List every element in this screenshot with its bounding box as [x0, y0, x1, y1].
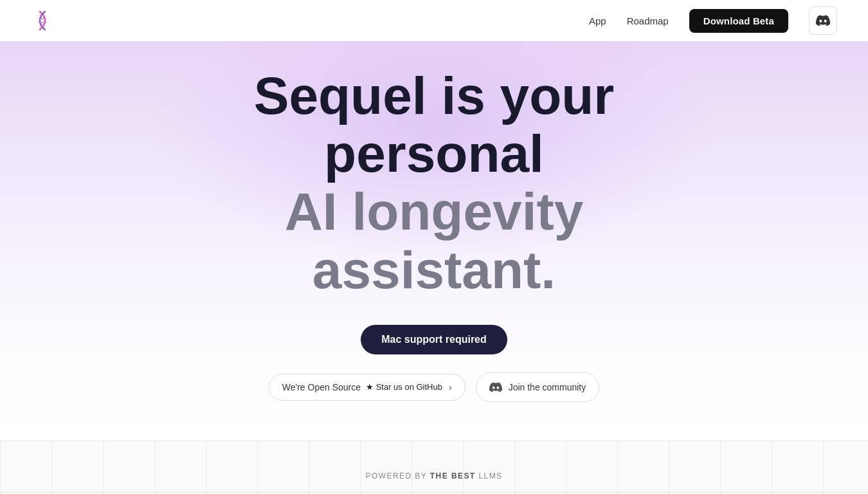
powered-prefix: POWERED BY: [365, 471, 429, 480]
logo[interactable]: [31, 9, 54, 32]
hero-title: Sequel is your personal AI longevity ass…: [158, 67, 710, 299]
hero-cta-row: We're Open Source ★ Star us on GitHub › …: [269, 372, 600, 402]
discord-community-icon: [489, 381, 502, 394]
mac-support-button[interactable]: Mac support required: [361, 325, 507, 354]
powered-section: POWERED BY THE BEST LLMS groq®: [0, 441, 868, 494]
chevron-right-icon: ›: [449, 382, 452, 392]
community-label: Join the community: [509, 382, 586, 392]
hero-section: Sequel is your personal AI longevity ass…: [0, 41, 868, 441]
nav-app-link[interactable]: App: [589, 15, 606, 26]
star-github-label: ★ Star us on GitHub: [366, 382, 442, 392]
navbar: App Roadmap Download Beta: [0, 0, 868, 41]
discord-icon: [816, 14, 830, 28]
join-community-button[interactable]: Join the community: [476, 372, 600, 402]
nav-roadmap-link[interactable]: Roadmap: [627, 15, 669, 26]
dna-logo-icon: [31, 9, 54, 32]
powered-suffix: LLMS: [476, 471, 503, 480]
open-source-label: We're Open Source: [282, 382, 361, 392]
powered-bold: THE BEST: [430, 471, 476, 480]
download-beta-button[interactable]: Download Beta: [689, 9, 788, 33]
navbar-links: App Roadmap Download Beta: [589, 6, 837, 35]
hero-title-line2: AI longevity assistant.: [158, 183, 710, 298]
hero-title-line1: Sequel is your personal: [158, 67, 710, 183]
llm-logos-row: groq®: [0, 480, 868, 494]
powered-by-text: POWERED BY THE BEST LLMS: [0, 441, 868, 480]
open-source-button[interactable]: We're Open Source ★ Star us on GitHub ›: [269, 374, 466, 401]
discord-button[interactable]: [809, 6, 837, 35]
